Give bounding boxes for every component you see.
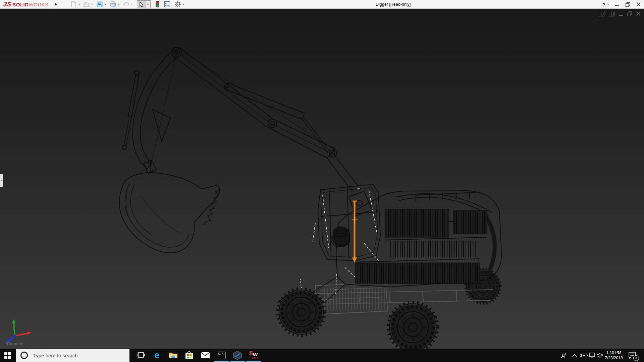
graphics-viewport[interactable]: *Dimetric <box>0 9 644 349</box>
network-button[interactable] <box>588 349 596 362</box>
gear-icon <box>174 1 181 8</box>
close-button[interactable] <box>635 1 641 7</box>
people-button[interactable] <box>559 349 568 362</box>
document-title: Digger [Read-only] <box>376 0 411 9</box>
task-view-button[interactable] <box>136 350 146 361</box>
selected-sketch-line[interactable] <box>352 201 358 263</box>
search-input[interactable] <box>33 352 111 359</box>
store-button[interactable] <box>184 350 195 361</box>
new-document-caret[interactable] <box>78 4 80 5</box>
edrawings-button[interactable] <box>232 350 243 361</box>
title-bar: 3S SOLIDWORKS <box>0 0 644 9</box>
solidworks-taskbar-button[interactable]: S W 2017 <box>248 350 259 361</box>
edge-button[interactable]: e <box>152 350 162 361</box>
view-orientation-label: *Dimetric <box>5 341 23 346</box>
windows-taskbar: e C:\_ <box>0 349 644 362</box>
hidden-icons-button[interactable] <box>571 349 578 362</box>
new-document-icon <box>70 1 77 8</box>
microsoft-store-icon <box>185 351 194 360</box>
excavator-wireframe <box>0 9 644 349</box>
network-icon <box>588 353 596 358</box>
command-prompt-icon: C:\_ <box>217 352 226 359</box>
options-caret[interactable] <box>182 4 184 5</box>
file-explorer-button[interactable] <box>168 350 178 361</box>
tray-time: 1:10 PM <box>603 350 625 355</box>
new-document-button[interactable] <box>70 0 80 8</box>
select-tool-caret[interactable] <box>145 1 150 8</box>
edrawings-hexagon-icon <box>233 351 242 360</box>
solidworks-2017-icon: S W 2017 <box>249 350 259 360</box>
undo-caret[interactable] <box>131 4 133 5</box>
select-tool-button[interactable] <box>137 0 151 8</box>
people-icon <box>560 352 567 359</box>
ds-mark: 3S <box>3 1 11 8</box>
options-button[interactable] <box>174 0 184 8</box>
task-view-icon <box>137 352 145 359</box>
restore-button[interactable] <box>625 1 631 7</box>
print-button[interactable] <box>109 0 120 8</box>
save-caret[interactable] <box>104 4 106 5</box>
undo-button[interactable] <box>123 0 133 8</box>
battery-plug-icon <box>580 353 588 358</box>
save-button[interactable] <box>96 0 106 8</box>
edge-icon: e <box>154 351 159 360</box>
print-icon <box>109 1 116 8</box>
rebuild-button[interactable] <box>155 0 160 8</box>
file-properties-button[interactable] <box>164 0 170 8</box>
notification-count-badge[interactable]: 3 <box>633 355 639 361</box>
command-prompt-button[interactable]: C:\_ <box>216 350 227 361</box>
tray-date: 7/23/2018 <box>603 355 625 361</box>
taskbar-search[interactable] <box>16 349 129 362</box>
undo-icon <box>123 1 129 8</box>
power-status-button[interactable] <box>580 349 588 362</box>
save-icon <box>96 1 103 8</box>
help-caret[interactable] <box>607 4 609 5</box>
help-button[interactable]: ? <box>602 2 609 7</box>
mail-button[interactable] <box>200 350 211 361</box>
speaker-mute-icon <box>596 353 604 358</box>
open-caret[interactable] <box>91 4 93 5</box>
rebuild-traffic-light-icon <box>155 1 160 8</box>
cortana-icon <box>20 352 28 359</box>
mail-icon <box>201 352 210 359</box>
select-cursor-icon <box>138 1 144 7</box>
file-explorer-icon <box>168 351 178 359</box>
taskbar-clock[interactable]: 1:10 PM 7/23/2018 <box>603 350 625 361</box>
start-button[interactable] <box>4 352 11 359</box>
solidworks-logo: 3S SOLIDWORKS <box>3 1 49 8</box>
windows-logo-icon <box>4 352 7 355</box>
minimize-button[interactable] <box>614 1 620 7</box>
menu-flyout-arrow[interactable] <box>55 3 57 6</box>
file-properties-icon <box>164 1 170 7</box>
open-icon <box>83 1 90 8</box>
solidworks-window: 3S SOLIDWORKS <box>0 0 644 362</box>
open-button[interactable] <box>83 0 93 8</box>
toolbar-separator <box>52 0 52 9</box>
chevron-up-icon <box>572 354 577 357</box>
print-caret[interactable] <box>118 4 120 5</box>
